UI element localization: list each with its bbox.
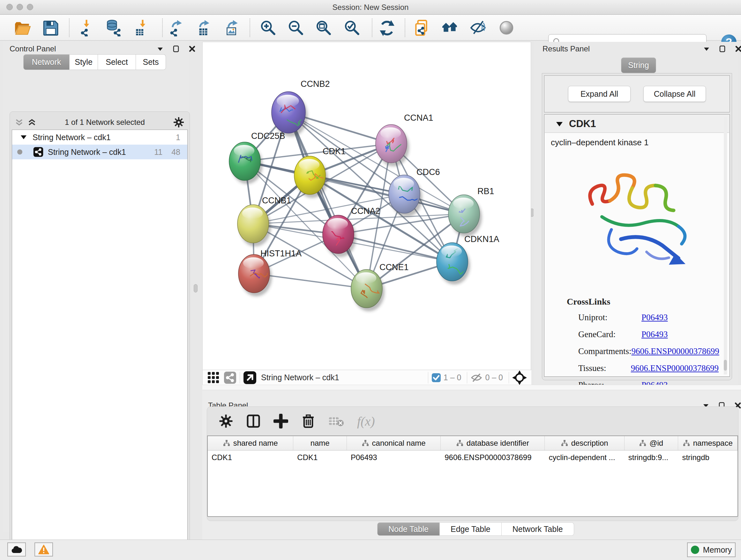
zoom-in-icon[interactable] — [259, 19, 277, 37]
node-HIST1H1A[interactable]: HIST1H1A — [239, 249, 301, 296]
tab-node-table[interactable]: Node Table — [377, 522, 440, 536]
table-type-tabs: Node TableEdge TableNetwork Table — [377, 522, 574, 536]
export-table-icon[interactable] — [195, 19, 212, 37]
export-network-icon[interactable] — [167, 19, 185, 37]
fit-content-crosshair-icon[interactable] — [512, 370, 527, 385]
add-column-icon[interactable] — [273, 414, 288, 428]
save-session-icon[interactable] — [42, 19, 59, 37]
import-table-icon[interactable] — [134, 19, 151, 37]
cell-shared-name[interactable]: CDK1 — [208, 450, 293, 464]
node-detail-card: CDK1 cyclin–dependent kinase 1 — [544, 114, 730, 377]
table-row[interactable]: CDK1CDK1P064939606.ENSP00000378699cyclin… — [208, 450, 738, 464]
memory-button[interactable]: Memory — [687, 543, 736, 557]
column-header-description[interactable]: description — [545, 436, 624, 450]
hide-unhide-icon[interactable] — [470, 19, 487, 37]
table-options-gear-icon[interactable] — [219, 414, 233, 428]
cloud-status-button[interactable] — [7, 543, 26, 557]
node-CCNA1[interactable]: CCNA1 — [376, 113, 433, 166]
node-CDKN1A[interactable]: CDKN1A — [436, 234, 499, 285]
import-network-icon[interactable] — [78, 19, 95, 37]
network-canvas[interactable]: CCNB2 CCNA1 CDC25B CDK1 CDC6 RB1 CCNB1 C… — [203, 42, 531, 370]
nav-separator — [428, 372, 428, 383]
tree-row-collection[interactable]: String Network – cdk1 1 — [12, 130, 187, 145]
panel-close-icon[interactable] — [735, 45, 741, 53]
collapse-all-icon[interactable] — [14, 118, 24, 127]
panel-close-icon[interactable] — [188, 45, 196, 53]
network-options-gear-icon[interactable] — [173, 117, 185, 128]
crosslink-value-link[interactable]: 9606.ENSP00000378699 — [631, 363, 719, 373]
tab-network-table[interactable]: Network Table — [502, 522, 574, 536]
show-columns-icon[interactable] — [246, 414, 261, 428]
tab-network[interactable]: Network — [23, 54, 70, 70]
tree-row-network[interactable]: String Network – cdk1 11 48 — [12, 145, 187, 159]
zoom-fit-icon[interactable] — [315, 19, 332, 37]
panel-menu-icon[interactable] — [156, 45, 164, 53]
selected-count: 1 – 0 — [444, 373, 461, 382]
column-header-name[interactable]: name — [293, 436, 347, 450]
collapse-all-button[interactable]: Collapse All — [643, 86, 706, 102]
tab-select[interactable]: Select — [98, 54, 136, 70]
tab-style[interactable]: Style — [70, 54, 98, 70]
expand-all-icon[interactable] — [27, 118, 37, 127]
node-label-CDKN1A: CDKN1A — [464, 234, 499, 244]
function-builder-icon[interactable]: f(x) — [357, 414, 375, 429]
column-header-canonical-name[interactable]: canonical name — [347, 436, 441, 450]
home-layout-icon[interactable] — [442, 19, 459, 37]
cell-database-identifier[interactable]: 9606.ENSP00000378699 — [441, 450, 545, 464]
string-app-icon-gray[interactable] — [224, 371, 237, 384]
collapse-entry-icon[interactable] — [556, 121, 563, 127]
export-image-icon[interactable] — [223, 19, 240, 37]
cell-name[interactable]: CDK1 — [293, 450, 347, 464]
zoom-out-icon[interactable] — [287, 19, 305, 37]
node-detail-header[interactable]: CDK1 — [545, 115, 729, 133]
crosslink-value-link[interactable]: 9606.ENSP00000378699 — [631, 347, 719, 356]
hidden-eye-slash-icon[interactable] — [470, 373, 482, 383]
zoom-selected-icon[interactable] — [343, 19, 360, 37]
results-buttons-row: Expand All Collapse All — [544, 75, 730, 112]
panel-float-icon[interactable] — [172, 45, 180, 53]
tab-string[interactable]: String — [621, 57, 656, 73]
panel-float-icon[interactable] — [719, 45, 726, 53]
refresh-view-icon[interactable] — [379, 19, 396, 37]
column-header-namespace[interactable]: namespace — [678, 436, 738, 450]
node-CCNA2[interactable]: CCNA2 — [323, 206, 381, 257]
cell-description[interactable]: cyclin-dependent ... — [545, 450, 624, 464]
birds-eye-view-icon[interactable] — [243, 371, 257, 384]
crosslink-label: GeneCard: — [578, 329, 642, 339]
graphics-detail-icon[interactable] — [498, 19, 515, 37]
toolbar-separator — [69, 18, 70, 37]
selected-checkbox-icon[interactable] — [431, 373, 441, 382]
column-header-database-identifier[interactable]: database identifier — [441, 436, 545, 450]
cell-canonical-name[interactable]: P06493 — [347, 450, 441, 464]
grid-view-icon[interactable] — [207, 371, 220, 384]
title-bar: Session: New Session — [0, 0, 741, 15]
crosslink-value-link[interactable]: P06493 — [642, 329, 668, 339]
delete-table-icon[interactable] — [328, 415, 344, 428]
cell-namespace[interactable]: stringdb — [678, 450, 738, 464]
import-database-icon[interactable] — [105, 19, 122, 37]
crosslink-label: Uniprot: — [578, 313, 642, 322]
cell--id[interactable]: stringdb:9... — [624, 450, 678, 464]
crosslink-value-link[interactable]: P06493 — [642, 313, 668, 322]
open-session-icon[interactable] — [14, 19, 31, 37]
node-CCNB2[interactable]: CCNB2 — [272, 79, 330, 137]
column-header-shared-name[interactable]: shared name — [208, 436, 293, 450]
left-splitter-handle[interactable] — [194, 284, 198, 293]
column-header--id[interactable]: @id — [624, 436, 678, 450]
panel-menu-icon[interactable] — [703, 45, 711, 53]
tree-expander-icon[interactable] — [20, 135, 27, 140]
node-CCNE1[interactable]: CCNE1 — [351, 262, 409, 311]
expand-all-button[interactable]: Expand All — [568, 86, 630, 102]
delete-column-trash-icon[interactable] — [301, 414, 316, 428]
table-toolbar: f(x) — [207, 407, 738, 435]
column-label: description — [571, 439, 608, 448]
crosslink-label: Compartments: — [578, 347, 631, 356]
edge-CCNB2-CCNE1[interactable] — [288, 112, 367, 289]
results-scrollbar[interactable] — [724, 117, 727, 374]
horizontal-splitter[interactable] — [202, 385, 741, 390]
tab-sets[interactable]: Sets — [136, 54, 166, 70]
node-RB1[interactable]: RB1 — [448, 186, 494, 237]
tab-edge-table[interactable]: Edge Table — [440, 522, 502, 536]
clone-network-icon[interactable] — [413, 19, 430, 37]
warning-status-button[interactable] — [35, 543, 53, 557]
